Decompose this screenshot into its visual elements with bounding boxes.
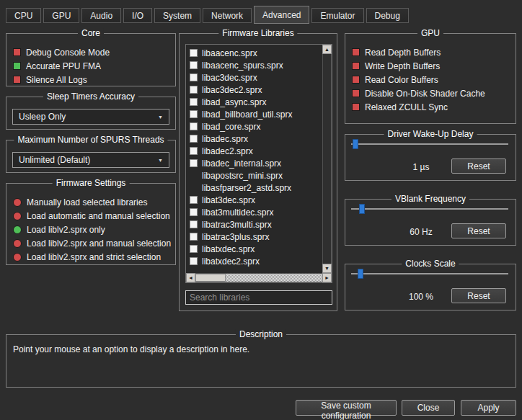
- library-checkbox[interactable]: [190, 98, 198, 106]
- library-label: libatxdec.sprx: [202, 244, 255, 254]
- library-checkbox[interactable]: [190, 245, 198, 253]
- library-row[interactable]: libadec2.sprx: [187, 145, 322, 157]
- search-libraries-input[interactable]: [185, 290, 332, 305]
- library-row[interactable]: libaacenc_spurs.sprx: [187, 59, 322, 71]
- library-row[interactable]: libatrac3plus.sprx: [187, 231, 322, 243]
- description-title: Description: [236, 329, 286, 339]
- tab[interactable]: CPU: [6, 8, 41, 23]
- checkbox-indicator[interactable]: [13, 76, 21, 84]
- library-checkbox[interactable]: [190, 208, 198, 216]
- library-row[interactable]: libad_billboard_util.sprx: [187, 108, 322, 120]
- library-checkbox[interactable]: [190, 122, 198, 130]
- close-button[interactable]: Close: [402, 400, 455, 416]
- slider-track[interactable]: [351, 273, 508, 274]
- gpu-checkbox-row[interactable]: Disable On-Disk Shader Cache: [352, 86, 511, 100]
- library-row[interactable]: libad_async.sprx: [187, 96, 322, 108]
- apply-button[interactable]: Apply: [461, 400, 516, 416]
- reset-button[interactable]: Reset: [451, 223, 506, 238]
- checkbox-indicator[interactable]: [352, 103, 360, 111]
- radio-label: Load liblv2.sprx only: [27, 225, 105, 235]
- tab[interactable]: Debug: [366, 8, 409, 23]
- tab-label: I/O: [132, 11, 143, 21]
- library-checkbox[interactable]: [190, 135, 198, 143]
- reset-button[interactable]: Reset: [451, 288, 506, 303]
- slider-handle[interactable]: [358, 269, 363, 279]
- library-row[interactable]: libaacenc.sprx: [187, 47, 322, 59]
- slider-track[interactable]: [351, 143, 508, 145]
- horizontal-scrollbar-thumb[interactable]: [195, 274, 226, 282]
- save-custom-configuration-button[interactable]: Save custom configuration: [296, 400, 397, 416]
- library-checkbox[interactable]: [190, 147, 198, 155]
- library-row[interactable]: libasfparser2_astd.sprx: [187, 182, 322, 194]
- scroll-down-icon[interactable]: ▼: [322, 264, 332, 273]
- radio-indicator[interactable]: [13, 253, 22, 262]
- gpu-checkbox-row[interactable]: Read Depth Buffers: [352, 45, 511, 59]
- checkbox-indicator[interactable]: [352, 62, 360, 70]
- checkbox-indicator[interactable]: [13, 48, 21, 56]
- vertical-scrollbar[interactable]: ▲ ▼: [322, 45, 332, 273]
- firmware-settings-radio-row[interactable]: Load liblv2.sprx only: [13, 223, 171, 236]
- slider-handle[interactable]: [353, 139, 358, 149]
- library-row[interactable]: libadec.sprx: [187, 133, 322, 145]
- library-label: libat3multidec.sprx: [202, 207, 273, 218]
- tab[interactable]: GPU: [43, 8, 79, 23]
- tab[interactable]: System: [154, 8, 200, 23]
- library-checkbox[interactable]: [190, 61, 198, 69]
- slider-track[interactable]: [351, 208, 508, 210]
- radio-indicator[interactable]: [13, 198, 22, 207]
- library-row[interactable]: libapostsrc_mini.sprx: [187, 169, 322, 182]
- tab[interactable]: Advanced: [254, 6, 309, 24]
- library-checkbox[interactable]: [190, 257, 198, 265]
- tab[interactable]: Network: [203, 8, 252, 23]
- library-checkbox[interactable]: [190, 220, 198, 228]
- tab[interactable]: Audio: [81, 8, 121, 23]
- library-row[interactable]: libac3dec2.sprx: [187, 84, 322, 96]
- library-row[interactable]: libatrac3multi.sprx: [187, 218, 322, 231]
- firmware-libraries-list[interactable]: libaacenc.sprx libaacenc_spurs.sprx liba…: [185, 44, 332, 283]
- library-row[interactable]: libat3dec.sprx: [187, 194, 322, 206]
- scroll-right-icon[interactable]: ►: [322, 273, 332, 282]
- radio-indicator[interactable]: [13, 212, 22, 220]
- library-row[interactable]: libad_core.sprx: [187, 120, 322, 133]
- library-checkbox[interactable]: [190, 49, 198, 57]
- slider-handle[interactable]: [359, 204, 365, 214]
- checkbox-indicator[interactable]: [352, 89, 360, 97]
- firmware-settings-options: Manually load selected libraries Load au…: [13, 195, 171, 264]
- scroll-up-icon[interactable]: ▲: [322, 45, 332, 54]
- firmware-settings-radio-row[interactable]: Load automatic and manual selection: [13, 209, 171, 223]
- firmware-settings-radio-row[interactable]: Load liblv2.sprx and manual selection: [13, 236, 171, 250]
- firmware-settings-radio-row[interactable]: Manually load selected libraries: [13, 195, 171, 209]
- tab[interactable]: I/O: [123, 8, 152, 23]
- gpu-checkbox-row[interactable]: Write Depth Buffers: [352, 59, 511, 73]
- core-checkbox-row[interactable]: Silence All Logs: [13, 73, 171, 86]
- tab[interactable]: Emulator: [311, 8, 363, 23]
- library-checkbox[interactable]: [190, 196, 198, 204]
- library-row[interactable]: libatxdec.sprx: [187, 243, 322, 255]
- reset-button[interactable]: Reset: [451, 158, 506, 174]
- library-checkbox[interactable]: [190, 73, 198, 81]
- gpu-checkbox-row[interactable]: Read Color Buffers: [352, 73, 511, 86]
- sleep-timers-accuracy-select[interactable]: Usleep Only ▼: [12, 109, 169, 125]
- library-checkbox[interactable]: [190, 159, 198, 167]
- radio-indicator[interactable]: [13, 239, 22, 248]
- core-checkbox-row[interactable]: Accurate PPU FMA: [13, 59, 171, 73]
- firmware-settings-radio-row[interactable]: Load liblv2.sprx and strict selection: [13, 250, 171, 264]
- vertical-scrollbar-track[interactable]: [322, 54, 332, 264]
- horizontal-scrollbar[interactable]: ◄ ►: [186, 273, 332, 282]
- horizontal-scrollbar-track[interactable]: [195, 273, 322, 282]
- checkbox-indicator[interactable]: [352, 48, 360, 56]
- library-checkbox[interactable]: [190, 86, 198, 94]
- library-row[interactable]: libac3dec.sprx: [187, 71, 322, 84]
- radio-indicator[interactable]: [13, 225, 22, 234]
- core-checkbox-row[interactable]: Debug Console Mode: [13, 45, 171, 59]
- library-row[interactable]: libatxdec2.sprx: [187, 255, 322, 267]
- library-checkbox[interactable]: [190, 110, 198, 118]
- library-checkbox[interactable]: [190, 233, 198, 241]
- checkbox-indicator[interactable]: [13, 62, 21, 70]
- library-row[interactable]: libadec_internal.sprx: [187, 157, 322, 169]
- checkbox-indicator[interactable]: [352, 76, 360, 84]
- spurs-threads-select[interactable]: Unlimited (Default) ▼: [12, 152, 169, 168]
- gpu-checkbox-row[interactable]: Relaxed ZCULL Sync: [352, 100, 511, 114]
- scroll-left-icon[interactable]: ◄: [186, 273, 195, 282]
- library-row[interactable]: libat3multidec.sprx: [187, 206, 322, 218]
